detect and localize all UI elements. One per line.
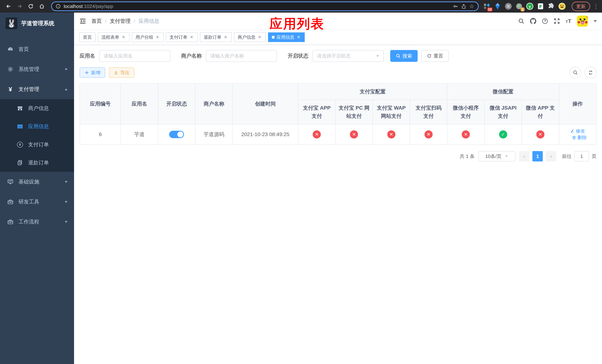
merchant-name-input[interactable] [206, 50, 277, 62]
breadcrumb-home[interactable]: 首页 [91, 18, 102, 25]
extension-y-icon[interactable]: y [526, 3, 534, 10]
sidebar-item-home[interactable]: 首页 [0, 39, 74, 59]
tag-close-icon[interactable]: ✕ [296, 35, 301, 40]
sidebar-item-refund-orders[interactable]: 退款订单 [0, 154, 74, 172]
col-header-actions: 操作 [559, 84, 596, 124]
font-size-icon[interactable]: TT [566, 18, 571, 24]
sidebar-item-system[interactable]: 系统管理 ▼ [0, 59, 74, 79]
extension-pin-icon[interactable]: 10 [483, 3, 491, 10]
avatar-caret-icon[interactable] [593, 20, 597, 22]
navbar: 首页 / 支付管理 / 应用信息 应用列表 [74, 13, 602, 30]
tag-refund-orders[interactable]: 退款订单✕ [200, 32, 232, 42]
tag-close-icon[interactable]: ✕ [155, 35, 160, 40]
extension-command-icon[interactable]: ⌘ [505, 3, 512, 10]
tag-close-icon[interactable]: ✕ [223, 35, 228, 40]
col-header-alipay-pc: 支付宝 PC 网站支付 [335, 100, 373, 124]
search-button[interactable]: 搜索 [390, 50, 418, 62]
bookmark-star-icon[interactable]: ☆ [469, 3, 474, 9]
help-icon[interactable] [542, 18, 548, 24]
pay-status-icon [350, 130, 358, 139]
group-header-wechat: 微信配置 [447, 84, 559, 100]
cell-pay-status [522, 124, 559, 145]
reset-button[interactable]: 重置 [421, 50, 449, 62]
reset-button-label: 重置 [434, 53, 443, 59]
cell-pay-status [298, 124, 335, 145]
search-button-label: 搜索 [402, 53, 412, 59]
tag-user-group[interactable]: 用户分组✕ [132, 32, 164, 42]
refresh-icon [588, 70, 593, 75]
col-header-alipay-wap: 支付宝 WAP 网站支付 [373, 100, 410, 124]
tag-process-form[interactable]: 流程表单✕ [98, 32, 129, 42]
prev-page-button[interactable]: ‹ [519, 151, 529, 161]
col-header-app-name: 应用名 [121, 84, 158, 124]
search-icon[interactable] [518, 18, 525, 24]
export-button[interactable]: 导出 [109, 67, 134, 78]
cell-merchant: 芋道源码 [195, 124, 233, 145]
address-bar[interactable]: localhost:1024/pay/app ☆ [51, 1, 479, 11]
refresh-table-button[interactable] [585, 67, 596, 78]
sidebar-item-label: 工作流程 [19, 218, 39, 225]
sidebar-item-dev-tools[interactable]: 研发工具 ▼ [0, 192, 74, 212]
delete-link-label: 删除 [577, 134, 587, 140]
share-icon[interactable] [461, 4, 466, 9]
extension-gem-icon[interactable] [494, 3, 501, 10]
enabled-switch[interactable] [169, 131, 184, 138]
password-key-icon[interactable] [453, 4, 458, 9]
sidebar-item-infrastructure[interactable]: 基础设施 ▼ [0, 172, 74, 192]
delete-link[interactable]: 删除 [572, 134, 587, 140]
browser-home-button[interactable] [37, 1, 47, 11]
breadcrumb-payment[interactable]: 支付管理 [110, 18, 130, 25]
edit-pencil-icon [570, 129, 575, 133]
edit-link[interactable]: 修改 [570, 128, 585, 134]
download-icon [114, 70, 118, 75]
next-page-button[interactable]: › [546, 151, 556, 161]
sidebar-item-merchant-info[interactable]: 商户信息 [0, 99, 74, 117]
tag-close-icon[interactable]: ✕ [257, 35, 262, 40]
cell-pay-status [410, 124, 447, 145]
extensions-puzzle-icon[interactable] [548, 3, 555, 10]
pay-status-icon [424, 130, 433, 139]
browser-reload-button[interactable] [26, 1, 35, 11]
tag-home[interactable]: 首页 [79, 32, 96, 42]
pagination-total: 共 1 条 [460, 153, 475, 160]
goto-page-input[interactable] [574, 151, 589, 161]
sidebar-item-payment-orders[interactable]: ¥ 支付订单 [0, 136, 74, 154]
sidebar-item-app-info[interactable]: 应用信息 [0, 117, 74, 136]
extension-notes-icon[interactable] [537, 3, 544, 10]
sidebar-collapse-button[interactable] [79, 18, 86, 25]
site-info-icon[interactable] [55, 4, 61, 9]
github-icon[interactable] [530, 18, 536, 24]
active-dot [272, 36, 275, 39]
sidebar: 🐰 芋道管理系统 首页 系统管理 ▼ [0, 13, 74, 364]
extension-recorder-icon[interactable]: 1 [515, 3, 523, 10]
sidebar-item-workflow[interactable]: 工作流程 ▼ [0, 212, 74, 232]
sidebar-item-label: 支付订单 [28, 141, 49, 148]
user-avatar[interactable] [577, 16, 588, 27]
breadcrumb-current: 应用信息 [139, 18, 159, 25]
pay-status-icon [462, 130, 470, 139]
tag-close-icon[interactable]: ✕ [121, 35, 126, 40]
sidebar-item-payment[interactable]: ¥ 支付管理 ▲ [0, 79, 74, 99]
sidebar-logo-row[interactable]: 🐰 芋道管理系统 [0, 13, 74, 34]
tag-merchant-info[interactable]: 商户信息✕ [234, 32, 266, 42]
toggle-search-button[interactable] [570, 67, 581, 78]
profile-emoji-icon[interactable] [558, 3, 566, 10]
browser-menu-kebab[interactable]: ⋮ [593, 3, 598, 9]
fullscreen-icon[interactable] [554, 18, 560, 24]
page-size-label: 10条/页 [485, 153, 502, 160]
browser-update-button[interactable]: 更新 [572, 2, 590, 11]
current-page-button[interactable]: 1 [532, 151, 543, 161]
browser-forward-button[interactable] [15, 1, 24, 11]
tag-close-icon[interactable]: ✕ [189, 35, 194, 40]
page-size-select[interactable]: 10条/页 ▼ [478, 151, 515, 161]
app-name-input[interactable] [99, 50, 170, 62]
tag-payment-orders[interactable]: 支付订单✕ [166, 32, 198, 42]
add-button[interactable]: 新增 [80, 67, 105, 78]
page-annotation: 应用列表 [269, 15, 324, 32]
col-header-alipay-qr: 支付宝扫码支付 [410, 100, 447, 124]
status-select[interactable]: 请选择开启状态 ▼ [312, 50, 384, 62]
browser-back-button[interactable] [4, 1, 13, 11]
tag-app-info[interactable]: 应用信息✕ [268, 32, 305, 42]
table-grid-icon [16, 124, 24, 129]
trash-icon [572, 135, 576, 140]
